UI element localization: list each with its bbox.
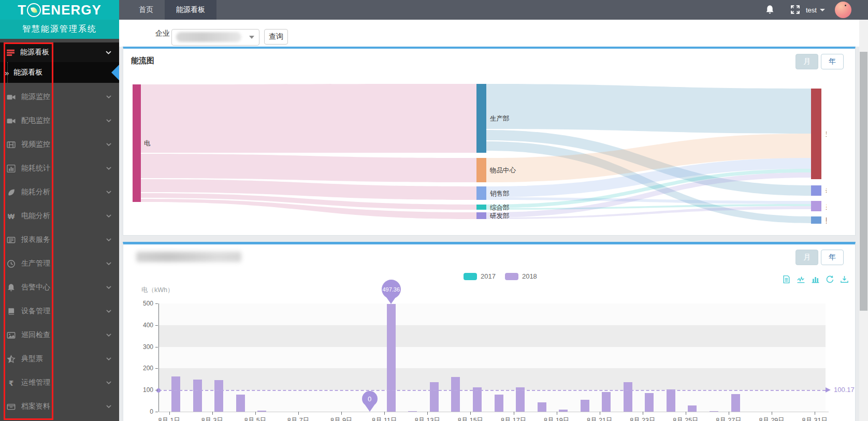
bar-8月21日 xyxy=(602,392,611,412)
leaf-logo-icon xyxy=(27,3,41,17)
chevron-down-icon xyxy=(106,213,112,219)
stats-bar-icon xyxy=(7,164,16,173)
report-icon xyxy=(7,236,16,244)
x-tick xyxy=(514,412,514,415)
bar-8月20日 xyxy=(581,400,589,412)
sidebar-item-2[interactable]: 视频监控 xyxy=(0,133,119,156)
sidebar-item-label: 能源监控 xyxy=(21,92,50,101)
logo-text-right: ENERGY xyxy=(41,2,102,18)
sankey-flow xyxy=(141,154,476,182)
sidebar-item-7[interactable]: 生产管理 xyxy=(0,252,119,275)
app-subtitle: 智慧能源管理系统 xyxy=(0,20,119,39)
fullscreen-icon[interactable] xyxy=(790,5,800,14)
bar-8月13日 xyxy=(430,382,439,412)
top-header-bar: 首页 能源看板 test xyxy=(119,0,868,20)
sidebar-item-label: 生产管理 xyxy=(21,259,50,268)
x-tick-label: 8月 1日 xyxy=(158,416,180,421)
sidebar-menu: 能源看板 » 能源看板 能源监控配电监控视频监控能耗统计能耗分析₩电能分析报表服… xyxy=(0,39,119,421)
bar-8月19日 xyxy=(559,410,568,412)
chevron-down-icon xyxy=(106,260,112,267)
scrollbar-thumb[interactable] xyxy=(860,52,867,311)
x-tick-label: 8月 27日 xyxy=(716,416,741,421)
sidebar-item-label: 能耗统计 xyxy=(21,164,50,173)
average-markline xyxy=(158,390,826,391)
sidebar-item-0[interactable]: 能源监控 xyxy=(0,85,119,109)
user-menu[interactable]: test xyxy=(806,0,825,20)
sidebar-subitem-energy-dashboard[interactable]: » 能源看板 xyxy=(0,62,119,83)
book-icon xyxy=(7,307,16,316)
x-tick xyxy=(600,412,600,415)
sankey-label: 电 xyxy=(144,140,151,147)
sankey-node-办公用电 xyxy=(811,201,821,211)
sidebar-item-10[interactable]: 巡回检查 xyxy=(0,323,119,347)
vertical-scrollbar xyxy=(859,20,868,421)
sidebar-item-label: 报表服务 xyxy=(21,235,50,244)
markpoint-max: 497.36 xyxy=(382,280,401,299)
rupee-icon: ₹ xyxy=(7,379,16,387)
sidebar-item-11[interactable]: 典型票 xyxy=(0,347,119,371)
sidebar-item-3[interactable]: 能耗统计 xyxy=(0,156,119,180)
sankey-node-动力 xyxy=(811,185,821,196)
energy-consumption-panel: 月 年 20172018 电（kWh） 100.17 497.360 01002… xyxy=(123,242,856,421)
sidebar-item-energy-dashboard[interactable]: 能源看板 xyxy=(0,42,119,62)
y-tick-label: 500 xyxy=(129,300,153,307)
chevron-down-icon xyxy=(106,403,112,410)
x-tick xyxy=(643,412,643,415)
bar-8月25日 xyxy=(688,405,697,412)
x-tick-label: 8月 19日 xyxy=(544,416,569,421)
sidebar-item-6[interactable]: 报表服务 xyxy=(0,228,119,252)
sidebar-item-12[interactable]: ₹运维管理 xyxy=(0,371,119,395)
year-toggle-button[interactable]: 年 xyxy=(821,54,844,69)
enterprise-label: 企业 xyxy=(155,29,170,38)
split-area-band xyxy=(158,303,826,325)
x-tick xyxy=(772,412,772,415)
tab-home[interactable]: 首页 xyxy=(127,0,165,20)
x-tick-label: 8月 7日 xyxy=(287,416,309,421)
enterprise-select[interactable] xyxy=(171,29,259,46)
sidebar-subitem-label: 能源看板 xyxy=(13,68,42,77)
camera-icon xyxy=(7,117,16,125)
image-icon xyxy=(7,331,16,340)
sidebar-item-5[interactable]: ₩电能分析 xyxy=(0,204,119,228)
x-tick xyxy=(384,412,385,415)
sankey-node-物品中心 xyxy=(476,158,486,182)
y-tick xyxy=(155,303,158,304)
chevron-down-icon xyxy=(106,308,112,314)
avatar[interactable] xyxy=(835,2,851,18)
markpoint-min: 0 xyxy=(362,391,378,407)
sidebar-item-label: 典型票 xyxy=(21,354,43,364)
y-tick-label: 0 xyxy=(129,408,153,415)
split-area-band xyxy=(158,325,826,347)
sidebar: T ENERGY 智慧能源管理系统 能源看板 » 能源看板 能源监控配电监控视频… xyxy=(0,0,119,421)
bar-8月16日 xyxy=(495,395,503,412)
x-tick-label: 8月 31日 xyxy=(802,416,828,421)
bar-8月23日 xyxy=(645,393,654,412)
markline-arrow xyxy=(826,387,831,393)
panel-title: 能流图 xyxy=(131,56,154,66)
bar-8月27日 xyxy=(731,394,740,412)
caret-down-icon xyxy=(249,36,254,39)
camera-icon xyxy=(7,93,16,101)
bar-8月3日 xyxy=(214,380,223,412)
bar-chart: 电（kWh） 100.17 497.360 01002003004005008月… xyxy=(123,244,855,421)
sidebar-item-9[interactable]: 设备管理 xyxy=(0,299,119,323)
sidebar-item-8[interactable]: 告警中心 xyxy=(0,275,119,299)
bar-8月22日 xyxy=(624,382,632,412)
split-area-band xyxy=(158,390,826,412)
sidebar-item-1[interactable]: 配电监控 xyxy=(0,109,119,133)
x-tick-label: 8月 21日 xyxy=(587,416,612,421)
sidebar-item-13[interactable]: 档案资料 xyxy=(0,395,119,418)
sidebar-item-label: 能源看板 xyxy=(20,48,49,57)
x-tick-label: 8月 5日 xyxy=(244,416,266,421)
markpoint-label: 0 xyxy=(368,395,371,403)
tab-energy-dashboard[interactable]: 能源看板 xyxy=(165,0,216,20)
redacted-select-value xyxy=(176,32,241,42)
x-axis-line xyxy=(158,412,829,412)
query-button[interactable]: 查询 xyxy=(264,29,288,45)
y-tick xyxy=(155,412,158,412)
sankey-label: 综合部 xyxy=(490,204,510,211)
bar-8月4日 xyxy=(236,395,245,412)
month-toggle-button[interactable]: 月 xyxy=(795,54,818,69)
bell-icon[interactable] xyxy=(765,5,775,14)
sidebar-item-4[interactable]: 能耗分析 xyxy=(0,180,119,204)
